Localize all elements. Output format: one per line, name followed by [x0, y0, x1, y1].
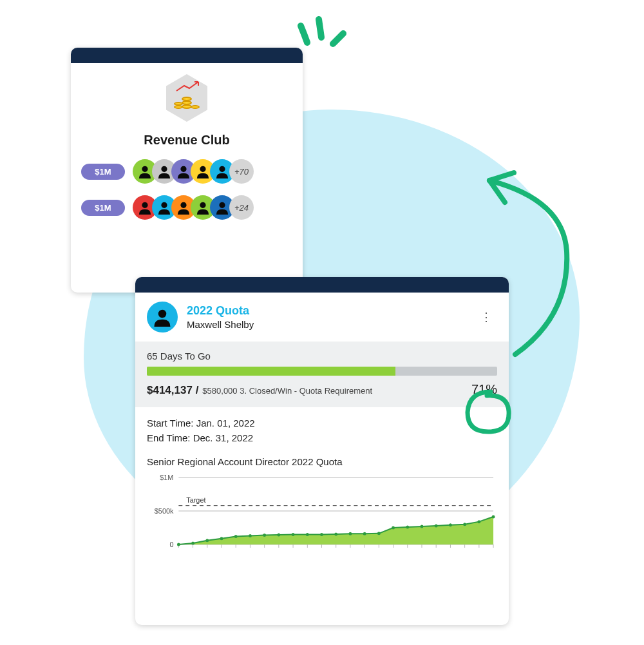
- svg-point-62: [463, 523, 466, 526]
- svg-point-45: [220, 537, 223, 540]
- svg-point-53: [334, 532, 337, 535]
- svg-point-61: [449, 523, 452, 526]
- svg-point-51: [306, 533, 309, 536]
- progress-amount: $414,137 /: [147, 384, 198, 397]
- svg-point-64: [492, 515, 495, 518]
- avatar-more-count[interactable]: +70: [229, 159, 254, 184]
- svg-point-4: [219, 166, 225, 172]
- svg-point-8: [200, 202, 205, 208]
- card-titlebar: [135, 277, 509, 293]
- svg-point-0: [142, 166, 147, 172]
- svg-point-3: [200, 166, 205, 172]
- svg-point-42: [177, 543, 180, 546]
- coin-stack-icon: [174, 87, 200, 109]
- quota-card: 2022 Quota Maxwell Shelby ⋮ 65 Days To G…: [135, 277, 509, 625]
- svg-point-52: [320, 533, 323, 536]
- svg-text:$1M: $1M: [160, 474, 173, 481]
- svg-point-55: [363, 532, 366, 535]
- svg-point-43: [191, 541, 194, 544]
- quota-person: Maxwell Shelby: [187, 319, 254, 330]
- progress-detail: $580,000 3. Closed/Win - Quota Requireme…: [202, 386, 372, 396]
- svg-text:$500k: $500k: [155, 507, 174, 515]
- user-avatar-icon[interactable]: [147, 302, 178, 332]
- svg-point-48: [263, 534, 266, 537]
- svg-point-58: [406, 525, 409, 528]
- svg-point-7: [180, 202, 186, 208]
- svg-point-56: [377, 532, 381, 535]
- tier-row: $1M +24: [71, 195, 303, 220]
- kebab-menu-icon[interactable]: ⋮: [475, 307, 497, 327]
- revenue-club-card: Revenue Club $1M +70 $1M +24: [71, 48, 303, 293]
- svg-text:Target: Target: [186, 496, 205, 504]
- badge-hexagon-icon: [161, 72, 213, 124]
- svg-point-10: [158, 310, 167, 318]
- avatar-group: +24: [133, 195, 254, 220]
- svg-point-1: [161, 166, 167, 172]
- quota-chart: $1M$500k0Target: [135, 470, 509, 563]
- progress-bar: [147, 367, 497, 376]
- tier-pill[interactable]: $1M: [81, 164, 125, 180]
- progress-bar-fill: [147, 367, 395, 376]
- progress-block: 65 Days To Go $414,137 / $580,000 3. Clo…: [135, 342, 509, 407]
- chart-title: Senior Regional Account Director 2022 Qu…: [135, 447, 509, 470]
- svg-point-47: [249, 534, 252, 537]
- revenue-club-title: Revenue Club: [144, 133, 229, 148]
- card-titlebar: [71, 48, 303, 63]
- circle-annotation-icon: [461, 387, 515, 438]
- svg-point-59: [421, 525, 424, 528]
- svg-text:0: 0: [169, 541, 173, 548]
- svg-point-5: [142, 202, 147, 208]
- avatar-group: +70: [133, 159, 254, 184]
- avatar-more-count[interactable]: +24: [229, 195, 254, 220]
- svg-point-50: [292, 533, 295, 536]
- svg-point-46: [234, 535, 238, 538]
- tier-row: $1M +70: [71, 159, 303, 184]
- end-time: End Time: Dec. 31, 2022: [147, 432, 497, 443]
- start-time: Start Time: Jan. 01, 2022: [147, 418, 497, 428]
- svg-point-9: [219, 202, 225, 208]
- svg-point-6: [161, 202, 167, 208]
- days-to-go: 65 Days To Go: [147, 351, 497, 361]
- sparkle-icon: [293, 14, 351, 59]
- trend-up-icon: [175, 81, 202, 93]
- svg-point-63: [477, 520, 480, 523]
- svg-point-49: [277, 533, 280, 536]
- tier-pill[interactable]: $1M: [81, 200, 125, 216]
- svg-point-57: [392, 526, 395, 530]
- svg-point-2: [180, 166, 186, 172]
- svg-point-54: [348, 532, 352, 535]
- svg-point-60: [435, 524, 438, 527]
- quota-title[interactable]: 2022 Quota: [187, 304, 254, 318]
- svg-point-44: [205, 539, 209, 542]
